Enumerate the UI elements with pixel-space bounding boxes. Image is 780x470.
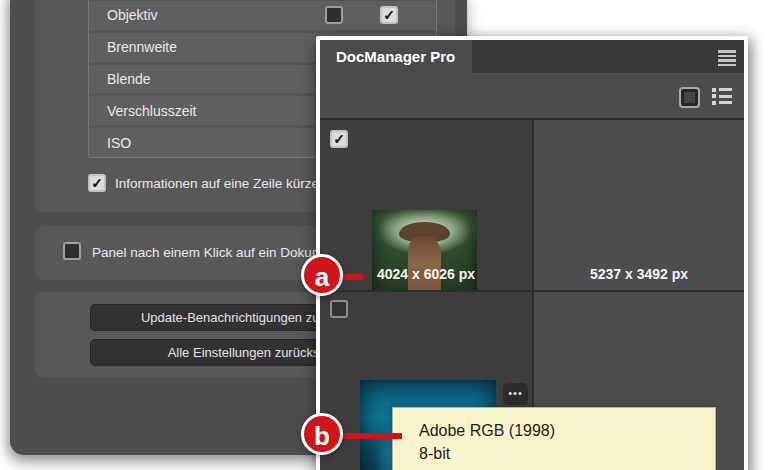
callout-badge-a: a	[301, 254, 343, 296]
list-item-label: Brennweite	[89, 39, 177, 55]
list-item-objektiv[interactable]: Objektiv ✓	[89, 1, 436, 30]
docmanager-panel: DocManager Pro ✓ 4024 x 6026 px 5237 x 3…	[316, 36, 748, 470]
document-1-checkbox[interactable]: ✓	[330, 130, 348, 148]
list-view-icon[interactable]	[712, 88, 732, 107]
list-item-label: ISO	[89, 135, 131, 151]
select-all-checkbox-icon[interactable]	[679, 87, 700, 108]
tab-docmanager-pro[interactable]: DocManager Pro	[320, 40, 472, 73]
list-item-label: Verschlusszeit	[89, 103, 196, 119]
tooltip-color-profile: Adobe RGB (1998)	[419, 419, 715, 442]
list-item-label: Blende	[89, 71, 151, 87]
shorten-info-checkbox[interactable]: ✓	[88, 174, 106, 192]
list-item-label: Objektiv	[89, 7, 158, 23]
tooltip-bit-depth: 8-bit	[419, 442, 715, 465]
panel-menu-icon[interactable]	[718, 50, 736, 64]
document-2-dimensions: 5237 x 3492 px	[534, 266, 744, 282]
document-cell-1[interactable]: ✓ 4024 x 6026 px	[320, 120, 532, 290]
more-options-button[interactable]: •••	[503, 383, 528, 405]
document-3-checkbox[interactable]	[330, 300, 348, 318]
callout-badge-b: b	[301, 413, 343, 455]
tab-strip: DocManager Pro	[320, 40, 744, 73]
objektiv-checkbox-1[interactable]	[325, 6, 343, 24]
panel-close-checkbox[interactable]	[63, 242, 81, 260]
color-profile-tooltip: Adobe RGB (1998) 8-bit	[392, 407, 716, 470]
panel-close-label: Panel nach einem Klick auf ein Dokum	[92, 245, 323, 260]
shorten-info-label: Informationen auf eine Zeile kürzen	[115, 176, 327, 191]
grid-row-divider	[320, 290, 744, 292]
document-cell-2[interactable]: 5237 x 3492 px	[534, 120, 744, 290]
toolbar	[320, 73, 744, 120]
objektiv-checkbox-2[interactable]: ✓	[380, 6, 398, 24]
